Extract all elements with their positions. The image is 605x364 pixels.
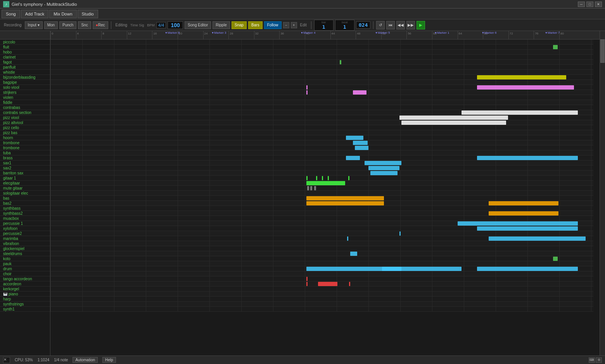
track-row[interactable]: [50, 236, 593, 241]
track-label[interactable]: fiddle: [0, 100, 50, 105]
track-row[interactable]: [50, 216, 593, 221]
midi-clip[interactable]: [368, 166, 399, 170]
midi-clip[interactable]: [318, 282, 337, 286]
midi-clip[interactable]: [349, 282, 350, 286]
track-label[interactable]: clarinet: [0, 55, 50, 60]
midi-clip[interactable]: [316, 176, 317, 180]
track-row[interactable]: [50, 266, 593, 271]
automation-button[interactable]: Automation: [73, 357, 98, 363]
track-row[interactable]: [50, 135, 593, 140]
midi-clip[interactable]: [365, 161, 401, 165]
midi-clip[interactable]: [553, 45, 558, 49]
scrollbar-thumb[interactable]: [600, 40, 605, 63]
track-row[interactable]: [50, 297, 593, 302]
track-label[interactable]: bas: [0, 196, 50, 201]
mon-button[interactable]: Mon: [44, 21, 58, 29]
midi-clip[interactable]: [462, 110, 578, 115]
menu-song[interactable]: Song: [2, 10, 20, 18]
midi-clip[interactable]: [477, 85, 574, 90]
close-button[interactable]: ✕: [595, 2, 602, 7]
track-label[interactable]: hoorn: [0, 135, 50, 140]
track-label[interactable]: percussie2: [0, 231, 50, 236]
midi-clip[interactable]: [399, 231, 401, 236]
midi-clip[interactable]: [477, 267, 578, 271]
maximize-button[interactable]: □: [586, 2, 593, 7]
track-row[interactable]: [50, 95, 593, 100]
midi-clip[interactable]: [489, 211, 558, 216]
snap-button[interactable]: Snap: [232, 21, 247, 29]
midi-clip[interactable]: [306, 282, 308, 286]
track-label[interactable]: tango accordeon: [0, 276, 50, 281]
track-row[interactable]: [50, 221, 593, 226]
track-label[interactable]: pizz bas: [0, 130, 50, 135]
track-label[interactable]: bagpipe: [0, 80, 50, 85]
help-button[interactable]: Help: [102, 357, 116, 363]
track-label[interactable]: steeldrums: [0, 251, 50, 256]
track-row[interactable]: [50, 45, 593, 50]
track-row[interactable]: [50, 256, 593, 261]
midi-clip[interactable]: [310, 186, 312, 190]
track-label[interactable]: synthbass2: [0, 211, 50, 216]
track-row[interactable]: [50, 145, 593, 150]
track-row[interactable]: [50, 150, 593, 155]
track-row[interactable]: [50, 50, 593, 55]
input-button[interactable]: Input ▾: [25, 21, 43, 29]
track-row[interactable]: [50, 171, 593, 176]
track-label[interactable]: pizz altviool: [0, 120, 50, 125]
track-label[interactable]: pauk: [0, 261, 50, 266]
midi-clip[interactable]: [306, 176, 308, 180]
track-row[interactable]: [50, 206, 593, 211]
track-label[interactable]: choir: [0, 271, 50, 276]
track-label[interactable]: brass: [0, 155, 50, 160]
midi-clip[interactable]: [399, 116, 508, 120]
settings-icon[interactable]: ⚙: [596, 357, 602, 363]
track-label[interactable]: contrabas: [0, 105, 50, 110]
track-row[interactable]: [50, 130, 593, 135]
midi-clip[interactable]: [306, 201, 384, 205]
midi-clip[interactable]: [489, 236, 586, 241]
close-icon[interactable]: ✕: [3, 357, 10, 363]
track-label[interactable]: vibrafoon: [0, 241, 50, 246]
track-label[interactable]: elecgitaar: [0, 181, 50, 186]
track-label[interactable]: violen: [0, 95, 50, 100]
zoom-in-button[interactable]: +: [291, 22, 297, 28]
track-row[interactable]: [50, 40, 593, 45]
track-label[interactable]: gitaar 1: [0, 176, 50, 181]
minimize-button[interactable]: ─: [578, 2, 585, 7]
track-row[interactable]: [50, 231, 593, 236]
track-row[interactable]: [50, 166, 593, 171]
bars-button[interactable]: Bars: [248, 21, 263, 29]
track-row[interactable]: [50, 90, 593, 95]
track-label[interactable]: kerkorgel: [0, 286, 50, 292]
track-row[interactable]: [50, 196, 593, 201]
track-row[interactable]: [50, 186, 593, 191]
track-row[interactable]: [50, 226, 593, 231]
track-label[interactable]: piccolo: [0, 40, 50, 45]
play-button[interactable]: ▶: [417, 21, 425, 29]
midi-clip[interactable]: [458, 221, 578, 226]
track-label[interactable]: sax1: [0, 160, 50, 166]
midi-clip[interactable]: [489, 201, 558, 205]
track-label[interactable]: glockenspiel: [0, 246, 50, 251]
track-row[interactable]: [50, 75, 593, 80]
track-label[interactable]: fagot: [0, 60, 50, 65]
track-label[interactable]: xylofoon: [0, 226, 50, 231]
track-row[interactable]: [50, 125, 593, 130]
midi-clip[interactable]: [348, 176, 349, 180]
track-label[interactable]: bijzonderblaasding: [0, 75, 50, 80]
punch-button[interactable]: Punch: [59, 21, 76, 29]
rec-button[interactable]: ● Rec: [93, 21, 108, 29]
track-row[interactable]: [50, 155, 593, 160]
track-label[interactable]: trombone: [0, 145, 50, 150]
midi-clip[interactable]: [401, 121, 506, 125]
midi-clip[interactable]: [370, 171, 398, 175]
midi-clip[interactable]: [306, 277, 308, 281]
track-label[interactable]: panfluit: [0, 65, 50, 70]
track-label[interactable]: drum: [0, 266, 50, 271]
vertical-scrollbar[interactable]: [600, 40, 605, 355]
midi-clip[interactable]: [346, 156, 360, 160]
track-label[interactable]: mute gitaar: [0, 186, 50, 191]
midi-clip[interactable]: [340, 60, 341, 64]
track-row[interactable]: [50, 110, 593, 115]
midi-clip[interactable]: [347, 236, 348, 241]
